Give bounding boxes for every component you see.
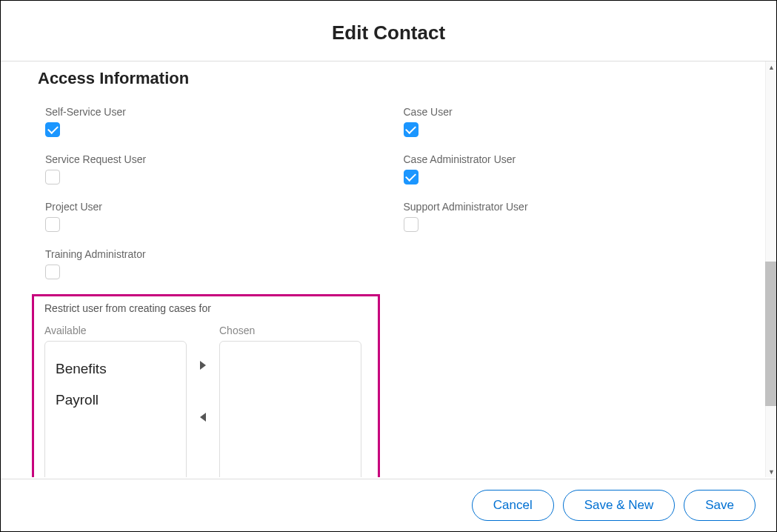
svg-marker-0 bbox=[200, 361, 206, 370]
field-support-admin-user: Support Administrator User bbox=[404, 201, 740, 232]
list-item[interactable]: Benefits bbox=[56, 353, 176, 385]
modal-footer: Cancel Save & New Save bbox=[1, 479, 776, 531]
restrict-highlight-box: Restrict user from creating cases for Av… bbox=[32, 294, 380, 477]
field-service-request-user: Service Request User bbox=[45, 153, 381, 184]
content: Access Information Self-Service User Cas… bbox=[1, 61, 776, 477]
checkbox-self-service-user[interactable] bbox=[45, 122, 60, 137]
field-label: Case User bbox=[404, 106, 740, 118]
section-title: Access Information bbox=[38, 69, 739, 88]
field-case-user: Case User bbox=[404, 106, 740, 137]
svg-marker-1 bbox=[200, 413, 206, 422]
field-label: Training Administrator bbox=[45, 248, 381, 260]
chosen-column: Chosen bbox=[219, 325, 361, 477]
field-project-user: Project User bbox=[45, 201, 381, 232]
field-self-service-user: Self-Service User bbox=[45, 106, 381, 137]
chosen-label: Chosen bbox=[219, 325, 361, 336]
checkbox-case-user[interactable] bbox=[404, 122, 418, 137]
modal-header: Edit Contact bbox=[1, 1, 776, 61]
restrict-label: Restrict user from creating cases for bbox=[44, 302, 367, 314]
chevron-right-icon bbox=[199, 361, 207, 370]
field-case-admin-user: Case Administrator User bbox=[404, 153, 740, 184]
fields-grid: Self-Service User Case User Service Requ… bbox=[38, 106, 739, 279]
available-column: Available Benefits Payroll bbox=[44, 325, 187, 477]
checkbox-support-admin-user[interactable] bbox=[404, 217, 418, 232]
scroll-down-icon[interactable]: ▼ bbox=[766, 466, 776, 477]
scroll-up-icon[interactable]: ▲ bbox=[766, 61, 776, 73]
list-item[interactable]: Payroll bbox=[56, 385, 176, 416]
save-and-new-button[interactable]: Save & New bbox=[563, 490, 676, 521]
arrow-controls bbox=[196, 325, 210, 425]
field-training-admin: Training Administrator bbox=[45, 248, 381, 279]
move-right-button[interactable] bbox=[196, 358, 210, 373]
field-label: Project User bbox=[45, 201, 381, 213]
checkbox-training-admin[interactable] bbox=[45, 265, 60, 279]
content-wrapper: Access Information Self-Service User Cas… bbox=[1, 61, 776, 477]
save-button[interactable]: Save bbox=[684, 490, 756, 521]
checkbox-service-request-user[interactable] bbox=[45, 170, 60, 184]
checkbox-case-admin-user[interactable] bbox=[404, 170, 418, 184]
field-label: Case Administrator User bbox=[404, 153, 740, 165]
scrollbar-track[interactable]: ▲ ▼ bbox=[765, 61, 776, 477]
checkbox-project-user[interactable] bbox=[45, 217, 60, 232]
scrollbar-thumb[interactable] bbox=[765, 262, 776, 406]
available-label: Available bbox=[44, 325, 187, 336]
available-list[interactable]: Benefits Payroll bbox=[44, 341, 187, 477]
chosen-list[interactable] bbox=[219, 341, 361, 477]
modal-title: Edit Contact bbox=[1, 21, 776, 44]
field-label: Self-Service User bbox=[45, 106, 381, 118]
move-left-button[interactable] bbox=[196, 410, 210, 425]
field-label: Service Request User bbox=[45, 153, 381, 165]
chevron-left-icon bbox=[199, 413, 207, 422]
field-label: Support Administrator User bbox=[404, 201, 740, 213]
cancel-button[interactable]: Cancel bbox=[472, 490, 554, 521]
dual-list: Available Benefits Payroll Chosen bbox=[44, 325, 367, 477]
